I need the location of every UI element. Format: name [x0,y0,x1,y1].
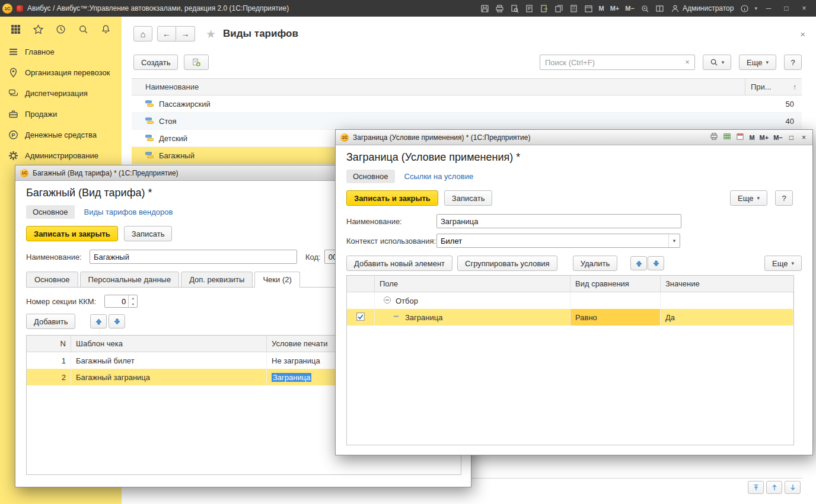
print-icon[interactable] [493,2,506,15]
condition-comparison-cell[interactable]: Равно [570,309,661,326]
search-button[interactable]: ▾ [703,55,731,70]
history-icon[interactable] [50,20,72,38]
column-header-priority[interactable]: При... ↑ [745,79,802,95]
delete-button[interactable]: Удалить [573,256,618,271]
notifications-bell-icon[interactable] [94,20,117,38]
current-user[interactable]: Администратор [668,4,737,13]
more-button[interactable]: Еще ▾ [739,55,776,70]
chevron-down-icon[interactable]: ▾ [753,5,759,11]
tab-checks[interactable]: Чеки (2) [254,272,299,288]
sidebar-item-administration[interactable]: Администрирование [0,145,122,166]
nav-condition-links[interactable]: Ссылки на условие [404,172,474,181]
memory-store-button[interactable]: М [597,5,607,12]
find-in-document-icon[interactable] [522,2,536,15]
nav-vendor-tariffs-link[interactable]: Виды тарифов вендоров [84,208,173,216]
minimize-button[interactable]: ─ [760,2,777,15]
help-button[interactable]: ? [775,190,793,206]
menu-grid-icon[interactable] [5,20,27,38]
move-up-button[interactable] [90,314,107,328]
print-preview-icon[interactable] [508,2,521,15]
search-input[interactable] [540,58,680,67]
calculator-icon[interactable] [567,2,581,15]
condition-row-selected[interactable]: Заграница Равно Да [347,309,793,326]
table-row[interactable]: Стоя 40 [132,113,802,130]
close-form-icon[interactable]: × [800,30,805,39]
column-header-n[interactable]: N [27,336,71,352]
combo-dropdown-icon[interactable]: ▾ [668,234,680,247]
column-header-template[interactable]: Шаблон чека [71,336,267,352]
info-icon[interactable] [738,2,751,15]
export-icon[interactable] [537,2,551,15]
save-button[interactable]: Записать [124,226,173,241]
search-box: × [540,55,695,70]
close-button[interactable]: × [796,2,812,15]
name-input[interactable] [90,250,297,264]
more-button[interactable]: Еще ▾ [730,190,767,206]
nav-main-tab[interactable]: Основное [346,170,395,183]
zoom-icon[interactable] [638,2,652,15]
nav-main-tab[interactable]: Основное [26,205,75,219]
search-icon[interactable] [72,20,94,38]
save-icon[interactable] [478,2,492,15]
memory-subtract-button[interactable]: М− [623,5,637,12]
calendar-icon[interactable] [582,2,595,15]
tab-additional-attributes[interactable]: Доп. реквизиты [181,272,253,288]
condition-window-titlebar[interactable]: 1С Заграница (Условие применения) * (1С:… [336,130,812,145]
save-and-close-button[interactable]: Записать и закрыть [346,190,438,206]
spin-up-icon[interactable]: ▴ [129,295,137,301]
name-input[interactable] [436,214,681,228]
tab-main[interactable]: Основное [26,272,78,288]
create-group-button[interactable] [184,55,209,70]
memory-add-button[interactable]: М+ [760,134,769,141]
print-icon[interactable] [710,132,718,142]
sidebar-item-sales[interactable]: Продажи [0,104,122,125]
save-and-close-button[interactable]: Записать и закрыть [26,226,118,241]
column-header-comparison[interactable]: Вид сравнения [570,276,661,292]
column-header-value[interactable]: Значение [661,276,793,292]
go-to-top-button[interactable] [748,481,764,494]
kkm-section-input[interactable] [105,295,128,307]
table-icon[interactable] [723,132,731,142]
favorites-star-icon[interactable] [27,20,50,38]
condition-checkbox-checked[interactable] [356,312,365,323]
memory-store-button[interactable]: М [749,134,754,141]
favorite-star-icon[interactable]: ★ [206,27,216,41]
memory-subtract-button[interactable]: М− [773,134,783,141]
sidebar-item-main[interactable]: Главное [0,42,122,62]
column-header-checkbox[interactable] [347,276,375,292]
documents-icon[interactable] [552,2,566,15]
add-new-element-button[interactable]: Добавить новый элемент [346,256,452,271]
memory-add-button[interactable]: М+ [608,5,622,12]
arrow-up-button[interactable] [766,481,782,494]
help-button[interactable]: ? [784,55,802,70]
sidebar-item-transport-organization[interactable]: Организация перевозок [0,62,122,83]
save-button[interactable]: Записать [444,190,493,206]
toolbar-more-button[interactable]: Еще ▾ [764,256,802,271]
sidebar-item-money[interactable]: Р Денежные средства [0,125,122,145]
group-conditions-button[interactable]: Сгруппировать условия [457,256,557,271]
column-header-name[interactable]: Наименование [132,79,745,95]
table-row[interactable]: Пассажирский 50 [132,95,802,113]
arrow-down-button[interactable] [785,481,801,494]
group-row[interactable]: Отбор [347,292,793,309]
sidebar-item-dispatching[interactable]: Диспетчеризация [0,83,122,104]
forward-button[interactable]: → [176,26,195,42]
create-button[interactable]: Создать [133,55,178,70]
clear-search-icon[interactable]: × [680,58,694,66]
move-up-button[interactable] [630,256,647,270]
calendar-icon[interactable] [736,132,744,142]
home-button[interactable]: ⌂ [133,26,152,42]
tab-personal-data[interactable]: Персональные данные [80,272,180,288]
collapse-minus-icon[interactable] [383,296,391,306]
back-button[interactable]: ← [157,26,176,42]
maximize-window-button[interactable]: □ [788,133,795,142]
maximize-button[interactable]: □ [778,2,795,15]
context-input[interactable] [437,237,668,245]
move-down-button[interactable] [109,314,125,328]
column-header-field[interactable]: Поле [375,276,570,292]
move-down-button[interactable] [648,256,664,270]
split-window-icon[interactable] [653,2,667,15]
close-window-button[interactable]: × [800,133,808,142]
spin-down-icon[interactable]: ▾ [129,301,137,307]
add-check-button[interactable]: Добавить [26,314,75,329]
